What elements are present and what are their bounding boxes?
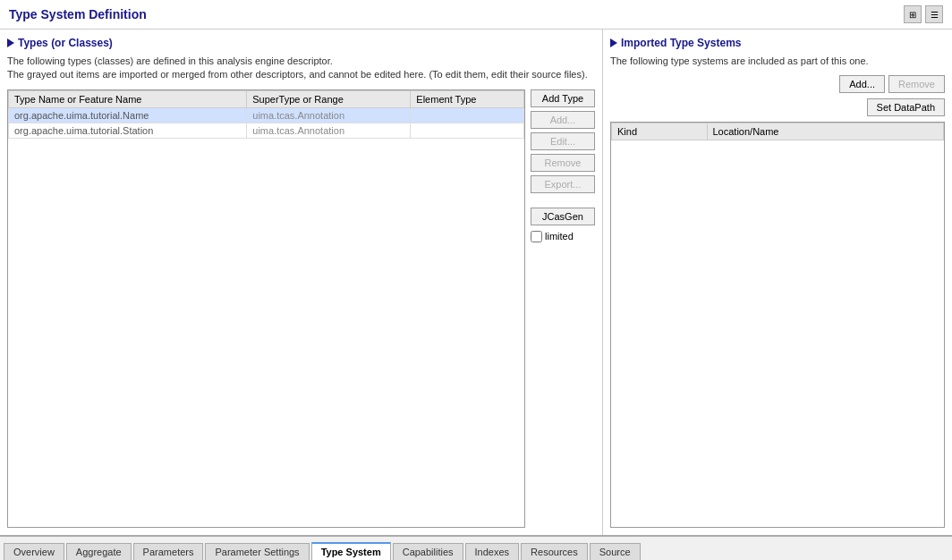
table-row[interactable]: org.apache.uima.tutorial.Name uima.tcas.… xyxy=(9,107,524,123)
page-title: Type System Definition xyxy=(9,7,147,21)
imported-section-header: Imported Type Systems xyxy=(610,37,945,49)
tab-aggregate[interactable]: Aggregate xyxy=(66,543,132,560)
tab-resources[interactable]: Resources xyxy=(521,543,588,560)
edit-button[interactable]: Edit... xyxy=(531,132,595,150)
tab-overview[interactable]: Overview xyxy=(4,543,64,560)
table-row[interactable]: org.apache.uima.tutorial.Station uima.tc… xyxy=(9,123,524,138)
imported-add-button[interactable]: Add... xyxy=(839,75,885,93)
types-description: The following types (classes) are define… xyxy=(7,55,595,82)
imported-section-label: Imported Type Systems xyxy=(621,37,741,49)
types-section-header: Types (or Classes) xyxy=(7,37,595,49)
types-table-container[interactable]: Type Name or Feature Name SuperType or R… xyxy=(7,89,525,528)
title-icons: ⊞ ☰ xyxy=(904,5,943,23)
jcasgen-button[interactable]: JCasGen xyxy=(531,208,595,225)
tab-type-system[interactable]: Type System xyxy=(311,542,391,560)
type-action-buttons: Add Type Add... Edit... Remove Export...… xyxy=(531,89,595,528)
imported-col-location: Location/Name xyxy=(707,123,944,140)
imported-remove-button[interactable]: Remove xyxy=(888,75,945,93)
limited-label: limited xyxy=(545,231,574,242)
limited-checkbox[interactable] xyxy=(531,231,542,242)
types-table-area: Type Name or Feature Name SuperType or R… xyxy=(7,89,595,528)
imported-inner: Add... Remove Set DataPath Kind Location… xyxy=(610,75,945,528)
add-feature-button[interactable]: Add... xyxy=(531,111,595,129)
tab-parameter-settings[interactable]: Parameter Settings xyxy=(205,543,309,560)
add-type-button[interactable]: Add Type xyxy=(531,89,595,107)
collapse-triangle-icon[interactable] xyxy=(7,38,14,47)
tab-indexes[interactable]: Indexes xyxy=(465,543,520,560)
element-type-cell xyxy=(411,123,524,138)
types-table: Type Name or Feature Name SuperType or R… xyxy=(8,90,524,139)
types-section-label: Types (or Classes) xyxy=(18,37,113,49)
set-datapath-row: Set DataPath xyxy=(610,98,945,116)
col-header-type-name: Type Name or Feature Name xyxy=(9,90,247,107)
col-header-element-type: Element Type xyxy=(411,90,524,107)
export-button[interactable]: Export... xyxy=(531,175,595,193)
supertype-cell: uima.tcas.Annotation xyxy=(247,107,411,123)
right-panel: Imported Type Systems The following type… xyxy=(603,30,952,535)
grid-view-icon[interactable]: ⊞ xyxy=(904,5,922,23)
supertype-cell: uima.tcas.Annotation xyxy=(247,123,411,138)
imported-table-container[interactable]: Kind Location/Name xyxy=(610,122,945,528)
imported-action-row: Add... Remove xyxy=(610,75,945,93)
main-content: Types (or Classes) The following types (… xyxy=(0,30,952,535)
list-view-icon[interactable]: ☰ xyxy=(925,5,943,23)
title-bar: Type System Definition ⊞ ☰ xyxy=(0,0,952,30)
tab-capabilities[interactable]: Capabilities xyxy=(393,543,463,560)
remove-button[interactable]: Remove xyxy=(531,154,595,172)
type-name-cell: org.apache.uima.tutorial.Name xyxy=(9,107,247,123)
element-type-cell xyxy=(411,107,524,123)
limited-checkbox-row: limited xyxy=(531,231,595,242)
imported-description: The following type systems are included … xyxy=(610,55,945,68)
imported-table: Kind Location/Name xyxy=(611,123,944,140)
tab-bar: OverviewAggregateParametersParameter Set… xyxy=(0,535,952,560)
type-name-cell: org.apache.uima.tutorial.Station xyxy=(9,123,247,138)
left-panel: Types (or Classes) The following types (… xyxy=(0,30,603,535)
tab-parameters[interactable]: Parameters xyxy=(133,543,204,560)
col-header-supertype: SuperType or Range xyxy=(247,90,411,107)
set-datapath-button[interactable]: Set DataPath xyxy=(867,98,945,116)
imported-collapse-icon[interactable] xyxy=(610,38,617,47)
tab-source[interactable]: Source xyxy=(590,543,641,560)
imported-col-kind: Kind xyxy=(612,123,708,140)
